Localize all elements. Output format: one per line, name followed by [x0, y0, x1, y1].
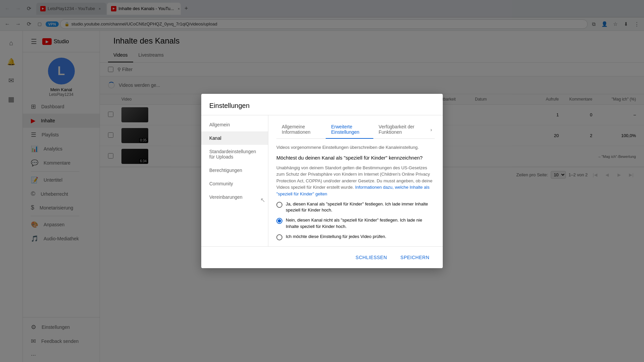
modal-tabs: Allgemeine Informationen Erweiterte Eins… — [276, 121, 435, 139]
modal-nav-uploads[interactable]: Standardeinstellungen für Uploads — [201, 145, 268, 164]
radio-no-kids-circle[interactable] — [276, 218, 282, 224]
modal-main: Allgemeine Informationen Erweiterte Eins… — [268, 115, 443, 246]
radio-group: Ja, diesen Kanal als "speziell für Kinde… — [276, 201, 435, 240]
cursor-indicator: ↖ — [260, 196, 265, 204]
settings-modal: Einstellungen Allgemein Kanal Standardei… — [201, 94, 443, 268]
radio-per-video[interactable]: Ich möchte diese Einstellung für jedes V… — [276, 234, 435, 240]
modal-sidebar: Allgemein Kanal Standardeinstellungen fü… — [201, 115, 268, 246]
radio-no-kids-label: Nein, diesen Kanal nicht als "speziell f… — [286, 217, 435, 229]
radio-per-video-label: Ich möchte diese Einstellung für jedes V… — [286, 234, 386, 240]
modal-header: Einstellungen — [201, 94, 443, 115]
tab-chevron-icon[interactable]: › — [428, 121, 435, 138]
modal-tab-allgemeine-info[interactable]: Allgemeine Informationen — [276, 121, 326, 139]
radio-yes-kids-circle[interactable] — [276, 202, 282, 208]
radio-per-video-circle[interactable] — [276, 234, 282, 240]
modal-nav-berechtigungen[interactable]: Berechtigungen — [201, 164, 268, 177]
settings-note: Videos vorgenommene Einstellungen übersc… — [276, 144, 435, 151]
modal-nav-allgemein[interactable]: Allgemein — [201, 118, 268, 131]
modal-nav-vereinbarungen[interactable]: Vereinbarungen ↖ — [201, 190, 268, 204]
modal-title: Einstellungen — [209, 102, 435, 110]
modal-nav-community[interactable]: Community — [201, 177, 268, 190]
modal-tab-erweiterte[interactable]: Erweiterte Einstellungen — [326, 121, 373, 139]
modal-nav-kanal[interactable]: Kanal — [201, 131, 268, 145]
modal-footer: SCHLIESSEN SPEICHERN — [201, 246, 443, 268]
radio-yes-kids-label: Ja, diesen Kanal als "speziell für Kinde… — [286, 201, 435, 213]
kids-question: Möchtest du deinen Kanal als "speziell f… — [276, 155, 435, 161]
radio-yes-kids[interactable]: Ja, diesen Kanal als "speziell für Kinde… — [276, 201, 435, 213]
modal-tab-verfuegbarkeit[interactable]: Verfügbarkeit der Funktionen — [373, 121, 428, 139]
modal-overlay[interactable]: Einstellungen Allgemein Kanal Standardei… — [0, 0, 644, 362]
save-button[interactable]: SPEICHERN — [395, 252, 435, 263]
radio-no-kids[interactable]: Nein, diesen Kanal nicht als "speziell f… — [276, 217, 435, 229]
close-button[interactable]: SCHLIESSEN — [350, 252, 392, 263]
kids-description: Unabhängig von deinem Standort gelten di… — [276, 165, 435, 197]
modal-body: Allgemein Kanal Standardeinstellungen fü… — [201, 115, 443, 246]
